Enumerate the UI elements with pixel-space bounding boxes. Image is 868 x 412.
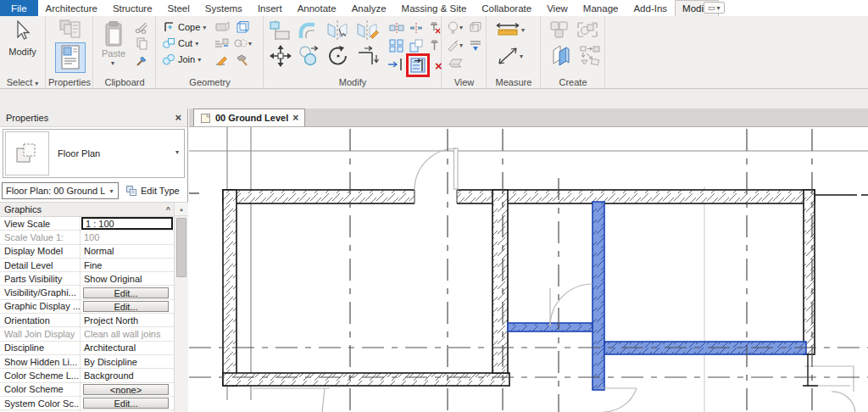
view-tab-ground-level[interactable]: 00 Ground Level × (193, 109, 305, 126)
property-value[interactable]: Fine (81, 259, 174, 271)
copy-icon[interactable] (136, 36, 148, 50)
wall-sweep-icon[interactable] (213, 37, 230, 49)
split-with-gap-icon[interactable] (408, 21, 425, 35)
wall-joins-icon[interactable] (235, 20, 250, 34)
trim-extend-single-icon[interactable] (387, 57, 405, 72)
menu-tab[interactable]: Collaborate (474, 0, 539, 16)
menu-tab[interactable]: File (0, 0, 38, 16)
linework-prism-icon[interactable] (448, 57, 465, 69)
property-value[interactable]: Edit... (81, 286, 174, 298)
paint-pencil-icon[interactable] (214, 53, 230, 67)
menu-tab[interactable]: Analyze (344, 0, 394, 16)
array-icon[interactable] (388, 38, 405, 53)
property-value[interactable]: Background (81, 369, 174, 381)
trim-extend-corner-icon[interactable] (356, 45, 380, 67)
create-parts-icon[interactable] (548, 43, 574, 67)
property-row: Color Scheme L... Background (0, 369, 174, 382)
align-icon[interactable] (268, 19, 292, 42)
scale-icon[interactable] (409, 38, 424, 53)
rotate-icon[interactable] (326, 44, 350, 68)
reveal-hidden-group[interactable]: ▾ (447, 20, 463, 35)
paste-dropdown[interactable]: ▾ (111, 59, 114, 67)
view-selector-combo[interactable]: Floor Plan: 00 Ground Lev ▾ (2, 182, 119, 199)
close-view-icon[interactable]: × (292, 113, 298, 123)
select-panel-label[interactable]: Select ▾ (0, 77, 45, 87)
drawing-canvas[interactable] (189, 127, 868, 412)
menu-tab[interactable]: Architecture (38, 0, 105, 16)
collapse-icon[interactable]: ^ (166, 205, 170, 214)
measure-linear-group[interactable]: ▾ (494, 21, 525, 38)
panel-view: ▾ ▾ View (442, 16, 487, 88)
edit-type-button[interactable]: Edit Type (121, 182, 184, 199)
offset-icon[interactable] (296, 19, 320, 42)
property-value[interactable]: Edit... (81, 397, 174, 409)
copy-elements-icon[interactable] (298, 45, 321, 67)
scrollbar-thumb[interactable] (176, 218, 186, 277)
join-geometry-button[interactable]: Join▾ (162, 53, 201, 66)
measure-angle-group[interactable]: ▾ (496, 45, 523, 67)
menu-tab[interactable]: Structure (105, 0, 160, 16)
chevron-down-icon[interactable]: ▾ (175, 148, 179, 156)
type-selector[interactable]: Floor Plan ▾ (3, 129, 185, 178)
beam-handles-icon[interactable] (214, 21, 230, 33)
properties-scrollbar[interactable]: ▲ (174, 203, 188, 412)
match-type-properties-icon[interactable] (135, 53, 149, 68)
properties-palette-icon (60, 45, 81, 70)
unpin-icon[interactable] (427, 20, 442, 35)
menu-tab[interactable]: Massing & Site (394, 0, 475, 16)
menu-tab[interactable]: View (539, 0, 576, 16)
scroll-up-icon[interactable]: ▲ (175, 203, 188, 216)
property-value[interactable]: Show Original (81, 272, 174, 285)
property-value[interactable]: Architectural (81, 342, 174, 354)
door-opening-top[interactable] (415, 189, 457, 205)
grid-lines[interactable] (189, 129, 868, 412)
cut-profile-group[interactable]: ▾ (233, 37, 252, 49)
cut-scissors-icon[interactable] (135, 21, 148, 34)
mirror-draw-axis-icon[interactable] (355, 19, 381, 42)
property-value[interactable]: 100 (81, 231, 174, 243)
demolish-hammer-icon[interactable] (235, 53, 250, 67)
menu-tab[interactable]: Steel (160, 0, 198, 16)
delete-icon[interactable]: × (435, 59, 442, 72)
cope-button[interactable]: Cope▾ (162, 20, 206, 34)
split-element-icon[interactable] (388, 21, 405, 35)
menu-tab[interactable]: Manage (576, 0, 626, 16)
property-value[interactable]: Project North (81, 314, 174, 326)
cut-profile-group2[interactable]: ▾ (447, 39, 463, 52)
modify-panel-label: Modify (264, 77, 441, 87)
reference-lines[interactable] (189, 127, 868, 412)
properties-palette-header[interactable]: Properties × (0, 109, 187, 127)
graphics-section-header[interactable]: Graphics ^ (0, 203, 174, 217)
paste-button[interactable]: Paste (94, 48, 133, 58)
pin-icon[interactable] (428, 38, 441, 53)
menu-tab[interactable]: Systems (198, 0, 250, 16)
cut-geometry-button[interactable]: Cut▾ (162, 36, 198, 50)
property-value[interactable]: Normal (81, 245, 174, 258)
menu-tab[interactable]: Insert (250, 0, 290, 16)
floor-plan-type-icon (14, 140, 41, 167)
property-value[interactable]: Edit... (81, 300, 174, 313)
ribbon-state-toggle[interactable]: ▭▾ (704, 2, 725, 14)
panel-modify: × Modify (264, 16, 442, 88)
modify-tool-button[interactable]: Modify (0, 47, 45, 57)
walls[interactable] (223, 190, 815, 386)
cut-geometry-icon (162, 37, 175, 49)
menu-tab[interactable]: Annotate (290, 0, 344, 16)
move-icon[interactable] (269, 44, 292, 68)
display-box-icon[interactable] (468, 20, 482, 34)
mirror-pick-axis-icon[interactable] (326, 19, 351, 42)
properties-toggle-button[interactable] (55, 42, 86, 73)
create-group-icon[interactable] (548, 19, 570, 40)
underlay-icon[interactable] (468, 39, 483, 53)
property-value[interactable]: <none> (81, 383, 174, 396)
modify-cursor-icon[interactable] (13, 19, 31, 42)
selected-walls[interactable] (508, 202, 806, 390)
menu-tab[interactable]: Add-Ins (626, 0, 675, 16)
trim-extend-multiple-highlight[interactable] (406, 53, 430, 77)
property-value[interactable]: 1 : 100 (81, 217, 174, 230)
create-similar-icon[interactable] (579, 45, 601, 67)
close-icon[interactable]: × (175, 112, 181, 123)
create-assembly-icon[interactable] (576, 19, 599, 40)
property-value[interactable]: By Discipline (81, 355, 174, 368)
property-value[interactable]: Clean all wall joins (81, 327, 174, 340)
